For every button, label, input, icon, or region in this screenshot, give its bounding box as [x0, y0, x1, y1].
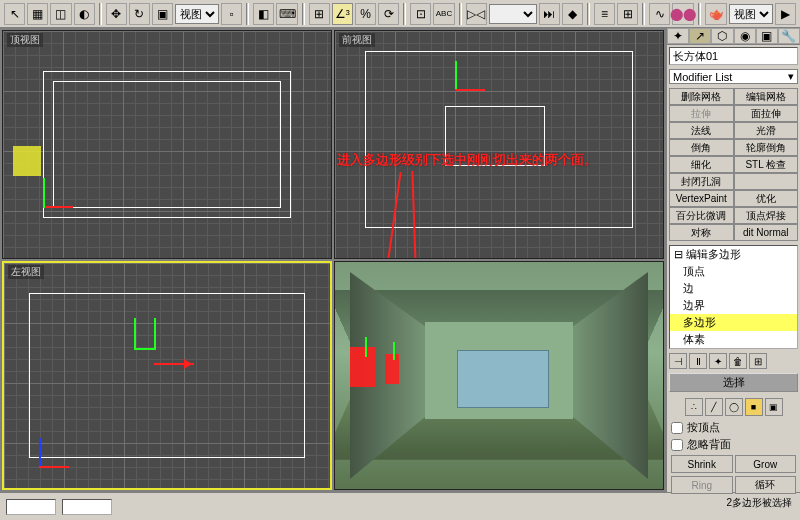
manipulate-icon[interactable]: ◧: [253, 3, 274, 25]
modifier-buttons: 删除网格 编辑网格 拉伸 面拉伸 法线 光滑 倒角 轮廓倒角 细化 STL 检查…: [669, 88, 798, 241]
command-panel-tabs: ✦ ↗ ⬡ ◉ ▣ 🔧: [667, 28, 800, 45]
command-panel: ✦ ↗ ⬡ ◉ ▣ 🔧 长方体01 Modifier List▾ 删除网格 编辑…: [666, 28, 800, 492]
make-unique-icon[interactable]: ✦: [709, 353, 727, 369]
smooth-button[interactable]: 光滑: [734, 122, 799, 139]
pivot-icon[interactable]: ▫: [221, 3, 242, 25]
viewport-label: 前视图: [339, 33, 375, 47]
viewport-label: 左视图: [8, 265, 44, 279]
stack-polygon[interactable]: 多边形: [670, 314, 797, 331]
marquee-tool-icon[interactable]: ◫: [50, 3, 71, 25]
stl-check-button[interactable]: STL 检查: [734, 156, 799, 173]
view-dropdown-2[interactable]: 视图: [729, 4, 773, 24]
polygon-subobj-icon[interactable]: ■: [745, 398, 763, 416]
utilities-tab-icon[interactable]: 🔧: [778, 28, 800, 44]
abc-icon[interactable]: ABC: [433, 3, 454, 25]
vertex-subobj-icon[interactable]: ∴: [685, 398, 703, 416]
tessellate-button[interactable]: 细化: [669, 156, 734, 173]
cap-holes-button[interactable]: 封闭孔洞: [669, 173, 734, 190]
angle-snap-icon[interactable]: ∠³: [332, 3, 353, 25]
rotate-tool-icon[interactable]: ↻: [129, 3, 150, 25]
select-tool-icon[interactable]: ▦: [27, 3, 48, 25]
object-name-field[interactable]: 长方体01: [669, 47, 798, 65]
motion-tab-icon[interactable]: ◉: [734, 28, 756, 44]
shrink-button[interactable]: Shrink: [671, 455, 733, 473]
dit-normal-button[interactable]: dit Normal: [734, 224, 799, 241]
selected-polygon: [385, 354, 399, 384]
normal-button[interactable]: 法线: [669, 122, 734, 139]
snap-toggle-icon[interactable]: ⊞: [309, 3, 330, 25]
modify-tab-icon[interactable]: ↗: [689, 28, 711, 44]
material-icon[interactable]: ⬤⬤: [672, 3, 694, 25]
selection-rollout-header[interactable]: 选择: [669, 373, 798, 392]
next-key-icon[interactable]: ⏭: [539, 3, 560, 25]
symmetry-button[interactable]: 对称: [669, 224, 734, 241]
configure-icon[interactable]: ⊞: [749, 353, 767, 369]
lasso-tool-icon[interactable]: ◐: [74, 3, 95, 25]
element-subobj-icon[interactable]: ▣: [765, 398, 783, 416]
viewport-label: 顶视图: [7, 33, 43, 47]
edit-mesh-button[interactable]: 编辑网格: [734, 88, 799, 105]
percent-tweak-button[interactable]: 百分比微调: [669, 207, 734, 224]
move-tool-icon[interactable]: ✥: [106, 3, 127, 25]
chevron-down-icon: ▾: [788, 70, 794, 83]
empty-dropdown[interactable]: [489, 4, 537, 24]
face-extrude-button[interactable]: 面拉伸: [734, 105, 799, 122]
hierarchy-tab-icon[interactable]: ⬡: [711, 28, 733, 44]
viewport-perspective[interactable]: [334, 261, 664, 490]
create-tab-icon[interactable]: ✦: [667, 28, 689, 44]
remove-mod-icon[interactable]: 🗑: [729, 353, 747, 369]
ring-button[interactable]: Ring: [671, 476, 733, 494]
empty-button[interactable]: [734, 173, 799, 190]
vertex-paint-button[interactable]: VertexPaint: [669, 190, 734, 207]
named-sel-icon[interactable]: ⊡: [410, 3, 431, 25]
viewport-top[interactable]: 顶视图: [2, 30, 332, 259]
layers-icon[interactable]: ≡: [594, 3, 615, 25]
selected-face: [13, 146, 41, 176]
stack-vertex[interactable]: 顶点: [670, 263, 797, 280]
mirror-icon[interactable]: ▷◁: [466, 3, 487, 25]
schematic-icon[interactable]: ⊞: [617, 3, 638, 25]
window-face: [457, 350, 549, 408]
viewport-left[interactable]: 左视图: [2, 261, 332, 490]
modifier-stack[interactable]: ⊟ 编辑多边形 顶点 边 边界 多边形 体素: [669, 245, 798, 349]
selected-polygon: [350, 347, 376, 387]
display-tab-icon[interactable]: ▣: [756, 28, 778, 44]
cursor-tool-icon[interactable]: ↖: [4, 3, 25, 25]
render-scene-icon[interactable]: 🫖: [705, 3, 726, 25]
curve-editor-icon[interactable]: ∿: [649, 3, 670, 25]
pin-stack-icon[interactable]: ⊣: [669, 353, 687, 369]
status-field: [62, 499, 112, 515]
ignore-backfacing-checkbox[interactable]: 忽略背面: [671, 437, 796, 452]
viewport-grid: 顶视图 前视图 进入多边形级别下选中刚刚切出来的两个面。 左视图: [0, 28, 666, 492]
optimize-button[interactable]: 优化: [734, 190, 799, 207]
stack-border[interactable]: 边界: [670, 297, 797, 314]
viewport-front[interactable]: 前视图 进入多边形级别下选中刚刚切出来的两个面。: [334, 30, 664, 259]
percent-snap-icon[interactable]: %: [355, 3, 376, 25]
by-vertex-checkbox[interactable]: 按顶点: [671, 420, 796, 435]
vertex-weld-button[interactable]: 顶点焊接: [734, 207, 799, 224]
status-field: [6, 499, 56, 515]
edge-subobj-icon[interactable]: ╱: [705, 398, 723, 416]
align-icon[interactable]: ◆: [562, 3, 583, 25]
delete-mesh-button[interactable]: 删除网格: [669, 88, 734, 105]
outline-chamfer-button[interactable]: 轮廓倒角: [734, 139, 799, 156]
scale-tool-icon[interactable]: ▣: [152, 3, 173, 25]
quick-render-icon[interactable]: ▶: [775, 3, 796, 25]
border-subobj-icon[interactable]: ◯: [725, 398, 743, 416]
main-toolbar: ↖ ▦ ◫ ◐ ✥ ↻ ▣ 视图 ▫ ◧ ⌨ ⊞ ∠³ % ⟳ ⊡ ABC ▷◁…: [0, 0, 800, 28]
keyboard-icon[interactable]: ⌨: [276, 3, 297, 25]
extrude-button[interactable]: 拉伸: [669, 105, 734, 122]
loop-button[interactable]: 循环: [735, 476, 797, 494]
grow-button[interactable]: Grow: [735, 455, 797, 473]
spinner-snap-icon[interactable]: ⟳: [378, 3, 399, 25]
modifier-list-dropdown[interactable]: Modifier List▾: [669, 69, 798, 84]
reference-coord-dropdown[interactable]: 视图: [175, 4, 219, 24]
chamfer-button[interactable]: 倒角: [669, 139, 734, 156]
selection-status: 2多边形被选择: [671, 494, 796, 512]
stack-edge[interactable]: 边: [670, 280, 797, 297]
stack-root: ⊟ 编辑多边形: [670, 246, 797, 263]
annotation-text: 进入多边形级别下选中刚刚切出来的两个面。: [337, 151, 597, 169]
stack-element[interactable]: 体素: [670, 331, 797, 348]
show-result-icon[interactable]: Ⅱ: [689, 353, 707, 369]
